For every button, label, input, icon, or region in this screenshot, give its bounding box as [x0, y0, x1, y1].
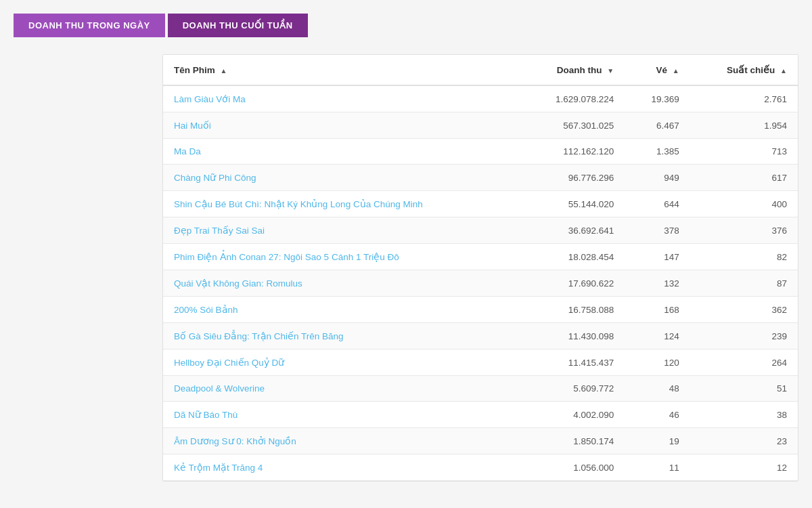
ticket-cell: 120 — [625, 350, 690, 376]
film-name-cell[interactable]: Hellboy Đại Chiến Quỷ Dữ — [163, 350, 519, 376]
showtime-cell: 38 — [690, 402, 798, 428]
revenue-cell: 55.144.020 — [519, 191, 625, 217]
ticket-cell: 644 — [625, 191, 690, 217]
film-name-cell[interactable]: Ma Da — [163, 139, 519, 165]
ticket-cell: 19.369 — [625, 85, 690, 112]
showtime-cell: 617 — [690, 165, 798, 191]
revenue-cell: 11.430.098 — [519, 323, 625, 350]
showtime-cell: 362 — [690, 297, 798, 323]
ticket-cell: 1.385 — [625, 139, 690, 165]
table-row: 200% Sói Bảnh16.758.088168362 — [163, 297, 798, 323]
tab-daily[interactable]: DOANH THU TRONG NGÀY — [14, 14, 165, 37]
film-name-cell[interactable]: Phim Điện Ảnh Conan 27: Ngôi Sao 5 Cánh … — [163, 244, 519, 270]
col-header-ve[interactable]: Vé ▲ — [625, 55, 690, 85]
film-name-cell[interactable]: 200% Sói Bảnh — [163, 297, 519, 323]
revenue-cell: 5.609.772 — [519, 376, 625, 402]
table-row: Đẹp Trai Thấy Sai Sai36.692.641378376 — [163, 217, 798, 244]
film-name-cell[interactable]: Dã Nữ Báo Thù — [163, 402, 519, 428]
film-name-cell[interactable]: Shin Cậu Bé Bút Chì: Nhật Ký Khủng Long … — [163, 191, 519, 217]
film-name-cell[interactable]: Quái Vật Không Gian: Romulus — [163, 270, 519, 297]
showtime-cell: 12 — [690, 454, 798, 481]
table-row: Hai Muối567.301.0256.4671.954 — [163, 112, 798, 139]
showtime-cell: 1.954 — [690, 112, 798, 139]
film-name-cell[interactable]: Làm Giàu Với Ma — [163, 85, 519, 112]
revenue-cell: 112.162.120 — [519, 139, 625, 165]
table-row: Dã Nữ Báo Thù4.002.0904638 — [163, 402, 798, 428]
sort-icon-suat-chieu: ▲ — [780, 67, 787, 75]
col-label-ten-phim: Tên Phim — [174, 65, 215, 75]
revenue-cell: 11.415.437 — [519, 350, 625, 376]
table-row: Shin Cậu Bé Bút Chì: Nhật Ký Khủng Long … — [163, 191, 798, 217]
ticket-cell: 378 — [625, 217, 690, 244]
table-container: Tên Phim ▲ Doanh thu ▼ Vé ▲ Suất chiếu ▲ — [162, 54, 798, 482]
revenue-cell: 1.629.078.224 — [519, 85, 625, 112]
content-area: Tên Phim ▲ Doanh thu ▼ Vé ▲ Suất chiếu ▲ — [0, 47, 812, 495]
revenue-table: Tên Phim ▲ Doanh thu ▼ Vé ▲ Suất chiếu ▲ — [163, 55, 798, 481]
ticket-cell: 147 — [625, 244, 690, 270]
ticket-cell: 124 — [625, 323, 690, 350]
ticket-cell: 48 — [625, 376, 690, 402]
film-name-cell[interactable]: Hai Muối — [163, 112, 519, 139]
showtime-cell: 264 — [690, 350, 798, 376]
ticket-cell: 19 — [625, 428, 690, 454]
tab-weekend[interactable]: DOANH THU CUỐI TUẦN — [168, 14, 308, 37]
film-name-cell[interactable]: Bố Gà Siêu Đẳng: Trận Chiến Trên Băng — [163, 323, 519, 350]
revenue-cell: 36.692.641 — [519, 217, 625, 244]
table-header-row: Tên Phim ▲ Doanh thu ▼ Vé ▲ Suất chiếu ▲ — [163, 55, 798, 85]
showtime-cell: 2.761 — [690, 85, 798, 112]
tab-bar: DOANH THU TRONG NGÀY DOANH THU CUỐI TUẦN — [0, 0, 812, 47]
revenue-cell: 567.301.025 — [519, 112, 625, 139]
film-name-cell[interactable]: Kẻ Trộm Mặt Trăng 4 — [163, 454, 519, 481]
showtime-cell: 376 — [690, 217, 798, 244]
table-row: Hellboy Đại Chiến Quỷ Dữ11.415.437120264 — [163, 350, 798, 376]
showtime-cell: 51 — [690, 376, 798, 402]
showtime-cell: 23 — [690, 428, 798, 454]
film-name-cell[interactable]: Âm Dương Sư 0: Khởi Nguồn — [163, 428, 519, 454]
ticket-cell: 6.467 — [625, 112, 690, 139]
table-row: Chàng Nữ Phi Công96.776.296949617 — [163, 165, 798, 191]
ticket-cell: 949 — [625, 165, 690, 191]
table-row: Deadpool & Wolverine5.609.7724851 — [163, 376, 798, 402]
showtime-cell: 400 — [690, 191, 798, 217]
sort-icon-ten-phim: ▲ — [221, 67, 227, 75]
film-name-cell[interactable]: Deadpool & Wolverine — [163, 376, 519, 402]
ticket-cell: 11 — [625, 454, 690, 481]
col-header-doanh-thu[interactable]: Doanh thu ▼ — [519, 55, 625, 85]
col-header-suat-chieu[interactable]: Suất chiếu ▲ — [690, 55, 798, 85]
film-name-cell[interactable]: Đẹp Trai Thấy Sai Sai — [163, 217, 519, 244]
ticket-cell: 46 — [625, 402, 690, 428]
revenue-cell: 1.056.000 — [519, 454, 625, 481]
showtime-cell: 87 — [690, 270, 798, 297]
showtime-cell: 713 — [690, 139, 798, 165]
showtime-cell: 82 — [690, 244, 798, 270]
revenue-cell: 1.850.174 — [519, 428, 625, 454]
table-row: Bố Gà Siêu Đẳng: Trận Chiến Trên Băng11.… — [163, 323, 798, 350]
col-label-ve: Vé — [656, 65, 668, 75]
sort-icon-ve: ▲ — [673, 67, 679, 75]
table-row: Âm Dương Sư 0: Khởi Nguồn1.850.1741923 — [163, 428, 798, 454]
revenue-cell: 96.776.296 — [519, 165, 625, 191]
revenue-cell: 18.028.454 — [519, 244, 625, 270]
revenue-cell: 4.002.090 — [519, 402, 625, 428]
table-row: Kẻ Trộm Mặt Trăng 41.056.0001112 — [163, 454, 798, 481]
col-label-doanh-thu: Doanh thu — [557, 65, 602, 75]
ticket-cell: 132 — [625, 270, 690, 297]
col-header-ten-phim[interactable]: Tên Phim ▲ — [163, 55, 519, 85]
showtime-cell: 239 — [690, 323, 798, 350]
col-label-suat-chieu: Suất chiếu — [727, 65, 775, 75]
sort-icon-doanh-thu: ▼ — [607, 67, 614, 75]
table-row: Phim Điện Ảnh Conan 27: Ngôi Sao 5 Cánh … — [163, 244, 798, 270]
table-row: Quái Vật Không Gian: Romulus17.690.62213… — [163, 270, 798, 297]
ticket-cell: 168 — [625, 297, 690, 323]
table-row: Làm Giàu Với Ma1.629.078.22419.3692.761 — [163, 85, 798, 112]
film-name-cell[interactable]: Chàng Nữ Phi Công — [163, 165, 519, 191]
revenue-cell: 17.690.622 — [519, 270, 625, 297]
table-row: Ma Da112.162.1201.385713 — [163, 139, 798, 165]
revenue-cell: 16.758.088 — [519, 297, 625, 323]
